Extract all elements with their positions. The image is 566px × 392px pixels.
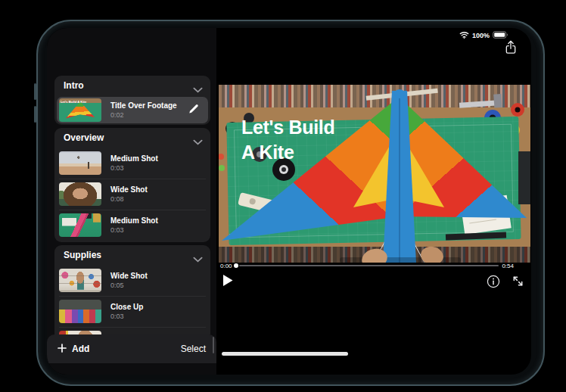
video-title-line1: Let's Build [241, 115, 334, 140]
volume-up-button [34, 83, 36, 100]
clip-label: Medium Shot [110, 154, 158, 163]
clip-thumbnail: Let's Build A Kite [59, 98, 101, 122]
add-clip-media-button[interactable]: Add [58, 342, 89, 356]
clip-meta: Title Over Footage 0:02 [110, 101, 177, 119]
section-title: Overview [64, 132, 104, 143]
video-title-line2: A Kite [241, 140, 334, 165]
clip-thumbnail [59, 269, 101, 292]
clip-meta: Wide Shot 0:05 [110, 272, 148, 289]
info-icon [487, 275, 500, 288]
thumbnail-title-text: Let's Build A Kite [61, 100, 98, 103]
clip-label: Wide Shot [110, 185, 148, 194]
clip-label: Medium Shot [110, 216, 158, 225]
video-frame-artwork [219, 85, 530, 263]
section-title: Supplies [64, 250, 101, 260]
clip-label: Wide Shot [110, 272, 148, 280]
chevron-down-icon[interactable] [193, 82, 203, 96]
info-button[interactable] [487, 275, 500, 291]
section-title: Intro [64, 80, 84, 91]
status-bar-right: 100% [459, 31, 508, 40]
share-button[interactable] [504, 39, 518, 54]
clip-duration: 0:03 [110, 226, 158, 234]
section-header-overview[interactable]: Overview [54, 128, 210, 148]
ipad-screen: 9:41 AM Tue Mar 8 100% Done [47, 28, 531, 375]
video-title-overlay: Let's Build A Kite [241, 115, 334, 165]
clip-row-wide-shot-1[interactable]: Wide Shot 0:08 [54, 179, 210, 210]
total-duration: 0:54 [502, 263, 514, 269]
background: 9:41 AM Tue Mar 8 100% Done [0, 0, 566, 392]
plus-icon [58, 342, 67, 356]
sidebar-bottom-toolbar: Add Select [47, 334, 216, 363]
home-indicator[interactable] [222, 352, 348, 356]
video-preview: Let's Build A Kite [219, 85, 530, 263]
chevron-down-icon[interactable] [193, 135, 203, 148]
chevron-down-icon[interactable] [193, 252, 203, 266]
clip-meta: Medium Shot 0:03 [110, 216, 158, 234]
player-controls [219, 272, 530, 291]
clip-meta: Wide Shot 0:08 [110, 185, 148, 203]
section-card-overview: Overview Medium Shot 0:03 Wide Shot 0:08 [54, 128, 210, 242]
clip-thumbnail [59, 213, 101, 237]
clip-label: Close Up [110, 303, 143, 311]
share-icon [504, 39, 518, 54]
clip-meta: Close Up 0:03 [110, 303, 143, 320]
play-button[interactable] [223, 275, 233, 289]
ipad-device-frame: 9:41 AM Tue Mar 8 100% Done [36, 20, 545, 386]
current-time: 0:00 [220, 263, 232, 269]
clip-duration: 0:05 [110, 282, 148, 289]
select-button[interactable]: Select [181, 344, 206, 354]
clip-label: Title Over Footage [110, 101, 177, 110]
clip-row-partial[interactable] [54, 327, 210, 334]
expand-fullscreen-button[interactable] [512, 275, 524, 291]
section-header-intro[interactable]: Intro [54, 76, 210, 95]
clip-thumbnail [59, 300, 101, 323]
sidebar-scrollbar[interactable] [213, 337, 214, 353]
scrubber-track[interactable] [239, 265, 499, 266]
clip-row-wide-shot-2[interactable]: Wide Shot 0:05 [54, 265, 210, 296]
clip-thumbnail [59, 151, 101, 175]
clip-meta: Medium Shot 0:03 [110, 154, 158, 172]
clip-duration: 0:02 [110, 111, 177, 119]
volume-down-button [34, 106, 36, 123]
playback-scrubber[interactable]: 0:00 0:54 [219, 260, 530, 271]
play-icon [223, 275, 233, 286]
clip-row-close-up[interactable]: Close Up 0:03 [54, 296, 210, 327]
edit-pencil-icon[interactable] [188, 103, 199, 117]
expand-icon [512, 275, 524, 288]
wifi-icon [459, 31, 469, 40]
clip-duration: 0:03 [110, 313, 143, 320]
playhead-handle[interactable] [234, 263, 238, 268]
battery-percent: 100% [472, 32, 490, 39]
section-card-intro: Intro Let's Build A Kite Title Over Foot… [54, 76, 210, 125]
section-card-supplies: Supplies Wide Shot 0:05 Close Up 0:03 [54, 245, 210, 334]
clip-thumbnail [59, 182, 101, 206]
clip-duration: 0:03 [110, 164, 158, 172]
clip-duration: 0:08 [110, 195, 148, 203]
clip-row-medium-shot-2[interactable]: Medium Shot 0:03 [54, 210, 210, 241]
section-header-supplies[interactable]: Supplies [54, 245, 210, 265]
clip-row-medium-shot-1[interactable]: Medium Shot 0:03 [54, 148, 210, 179]
clip-row-title-over-footage[interactable]: Let's Build A Kite Title Over Footage 0:… [57, 97, 208, 123]
add-button-label: Add [72, 344, 89, 354]
